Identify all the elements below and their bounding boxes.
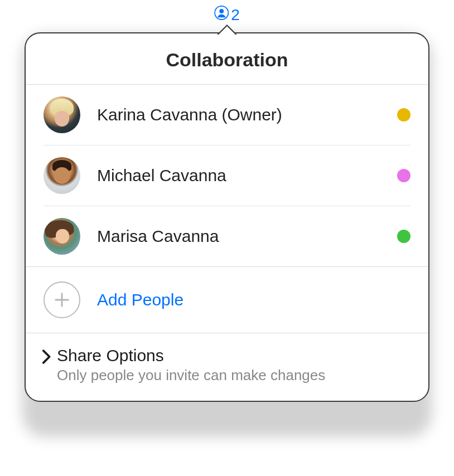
add-people-button[interactable]: Add People bbox=[26, 267, 428, 333]
plus-icon bbox=[44, 281, 80, 318]
avatar bbox=[44, 96, 80, 133]
person-icon bbox=[214, 6, 229, 24]
participants-list: Karina Cavanna (Owner) Michael Cavanna M… bbox=[26, 85, 428, 267]
share-options-title: Share Options bbox=[57, 346, 325, 366]
participant-name: Michael Cavanna bbox=[97, 166, 390, 185]
status-dot bbox=[397, 230, 410, 243]
add-people-label: Add People bbox=[97, 290, 183, 309]
status-dot bbox=[397, 108, 410, 122]
avatar bbox=[44, 218, 80, 255]
participant-name: Karina Cavanna (Owner) bbox=[97, 105, 390, 124]
collaborate-badge[interactable]: 2 bbox=[214, 6, 240, 24]
share-options-subtitle: Only people you invite can make changes bbox=[57, 367, 325, 384]
share-options-button[interactable]: Share Options Only people you invite can… bbox=[26, 333, 428, 401]
participant-row[interactable]: Michael Cavanna bbox=[44, 145, 410, 206]
participant-row[interactable]: Marisa Cavanna bbox=[44, 206, 410, 266]
participant-row[interactable]: Karina Cavanna (Owner) bbox=[44, 85, 410, 145]
collaborator-count: 2 bbox=[231, 6, 240, 24]
participant-name: Marisa Cavanna bbox=[97, 227, 390, 246]
status-dot bbox=[397, 169, 410, 182]
chevron-right-icon bbox=[41, 349, 52, 367]
popover-title: Collaboration bbox=[26, 33, 428, 85]
svg-point-1 bbox=[219, 9, 224, 13]
avatar bbox=[44, 157, 80, 194]
popover-arrow bbox=[217, 25, 237, 35]
collaboration-popover: Collaboration Karina Cavanna (Owner) Mic… bbox=[25, 32, 429, 402]
